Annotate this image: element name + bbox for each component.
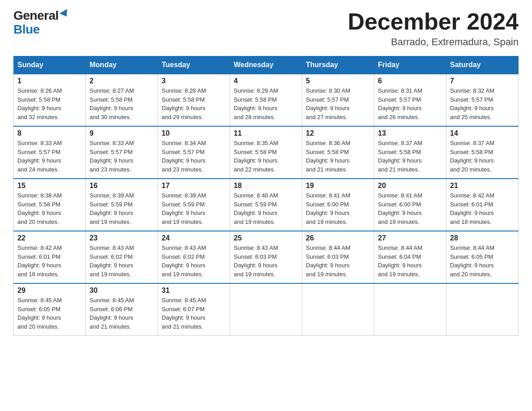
day-info: Sunrise: 8:30 AMSunset: 5:57 PMDaylight:… — [306, 86, 370, 121]
logo: General Blue — [13, 9, 69, 37]
calendar-cell-week5-day2: 30Sunrise: 8:45 AMSunset: 6:06 PMDayligh… — [86, 283, 158, 336]
calendar-cell-week4-day3: 24Sunrise: 8:43 AMSunset: 6:02 PMDayligh… — [158, 231, 230, 283]
calendar-cell-week2-day6: 13Sunrise: 8:37 AMSunset: 5:58 PMDayligh… — [374, 126, 446, 179]
day-info: Sunrise: 8:39 AMSunset: 5:59 PMDaylight:… — [90, 191, 154, 226]
day-number: 9 — [90, 129, 154, 137]
day-info: Sunrise: 8:41 AMSunset: 6:00 PMDaylight:… — [306, 191, 370, 226]
calendar-cell-week5-day1: 29Sunrise: 8:45 AMSunset: 6:05 PMDayligh… — [14, 283, 86, 336]
calendar-cell-week3-day4: 18Sunrise: 8:40 AMSunset: 5:59 PMDayligh… — [230, 179, 302, 231]
day-number: 12 — [306, 129, 370, 137]
day-info: Sunrise: 8:44 AMSunset: 6:04 PMDaylight:… — [378, 244, 442, 278]
logo-general-text: General — [13, 9, 59, 23]
day-info: Sunrise: 8:37 AMSunset: 5:58 PMDaylight:… — [378, 139, 442, 174]
day-number: 24 — [162, 234, 226, 242]
day-number: 26 — [306, 234, 370, 242]
calendar-cell-week3-day7: 21Sunrise: 8:42 AMSunset: 6:01 PMDayligh… — [446, 179, 519, 231]
calendar-cell-week4-day7: 28Sunrise: 8:44 AMSunset: 6:05 PMDayligh… — [446, 231, 519, 283]
day-number: 19 — [306, 182, 370, 190]
day-number: 6 — [378, 77, 442, 85]
calendar-cell-week5-day5 — [302, 283, 374, 336]
calendar-cell-week4-day5: 26Sunrise: 8:44 AMSunset: 6:03 PMDayligh… — [302, 231, 374, 283]
calendar-cell-week5-day6 — [374, 283, 446, 336]
calendar-cell-week5-day7 — [446, 283, 519, 336]
day-number: 25 — [234, 234, 298, 242]
calendar-cell-week4-day2: 23Sunrise: 8:43 AMSunset: 6:02 PMDayligh… — [86, 231, 158, 283]
day-number: 8 — [17, 129, 82, 137]
day-info: Sunrise: 8:37 AMSunset: 5:58 PMDaylight:… — [450, 139, 515, 174]
col-header-saturday: Saturday — [446, 56, 519, 74]
day-number: 4 — [234, 77, 298, 85]
calendar-week-4: 22Sunrise: 8:42 AMSunset: 6:01 PMDayligh… — [14, 231, 519, 283]
day-info: Sunrise: 8:41 AMSunset: 6:00 PMDaylight:… — [378, 191, 442, 226]
day-number: 10 — [162, 129, 226, 137]
day-info: Sunrise: 8:42 AMSunset: 6:01 PMDaylight:… — [450, 191, 515, 226]
day-info: Sunrise: 8:44 AMSunset: 6:03 PMDaylight:… — [306, 244, 370, 278]
calendar-cell-week2-day3: 10Sunrise: 8:34 AMSunset: 5:57 PMDayligh… — [158, 126, 230, 179]
day-info: Sunrise: 8:45 AMSunset: 6:06 PMDaylight:… — [90, 296, 154, 331]
calendar-week-3: 15Sunrise: 8:38 AMSunset: 5:58 PMDayligh… — [14, 179, 519, 231]
calendar-cell-week3-day2: 16Sunrise: 8:39 AMSunset: 5:59 PMDayligh… — [86, 179, 158, 231]
day-info: Sunrise: 8:29 AMSunset: 5:58 PMDaylight:… — [234, 86, 298, 121]
calendar-cell-week1-day7: 7Sunrise: 8:32 AMSunset: 5:57 PMDaylight… — [446, 74, 519, 126]
day-info: Sunrise: 8:42 AMSunset: 6:01 PMDaylight:… — [17, 244, 82, 278]
col-header-thursday: Thursday — [302, 56, 374, 74]
day-number: 31 — [162, 287, 226, 295]
day-number: 7 — [450, 77, 515, 85]
calendar-cell-week1-day1: 1Sunrise: 8:26 AMSunset: 5:58 PMDaylight… — [14, 74, 86, 126]
day-number: 27 — [378, 234, 442, 242]
day-info: Sunrise: 8:39 AMSunset: 5:59 PMDaylight:… — [162, 191, 226, 226]
day-info: Sunrise: 8:26 AMSunset: 5:58 PMDaylight:… — [17, 86, 82, 121]
day-info: Sunrise: 8:44 AMSunset: 6:05 PMDaylight:… — [450, 244, 515, 278]
day-info: Sunrise: 8:45 AMSunset: 6:07 PMDaylight:… — [162, 296, 226, 331]
calendar-cell-week2-day2: 9Sunrise: 8:33 AMSunset: 5:57 PMDaylight… — [86, 126, 158, 179]
day-info: Sunrise: 8:36 AMSunset: 5:58 PMDaylight:… — [306, 139, 370, 174]
calendar-cell-week1-day5: 5Sunrise: 8:30 AMSunset: 5:57 PMDaylight… — [302, 74, 374, 126]
day-info: Sunrise: 8:38 AMSunset: 5:58 PMDaylight:… — [17, 191, 82, 226]
day-info: Sunrise: 8:31 AMSunset: 5:57 PMDaylight:… — [378, 86, 442, 121]
calendar-cell-week3-day1: 15Sunrise: 8:38 AMSunset: 5:58 PMDayligh… — [14, 179, 86, 231]
calendar-cell-week2-day5: 12Sunrise: 8:36 AMSunset: 5:58 PMDayligh… — [302, 126, 374, 179]
logo-blue-text: Blue — [13, 22, 40, 36]
title-block: December 2024 Barrado, Extremadura, Spai… — [348, 9, 519, 48]
col-header-monday: Monday — [86, 56, 158, 74]
day-number: 15 — [17, 182, 82, 190]
day-info: Sunrise: 8:27 AMSunset: 5:58 PMDaylight:… — [90, 86, 154, 121]
day-info: Sunrise: 8:35 AMSunset: 5:58 PMDaylight:… — [234, 139, 298, 174]
calendar-cell-week1-day6: 6Sunrise: 8:31 AMSunset: 5:57 PMDaylight… — [374, 74, 446, 126]
month-title: December 2024 — [348, 9, 519, 34]
calendar-cell-week5-day3: 31Sunrise: 8:45 AMSunset: 6:07 PMDayligh… — [158, 283, 230, 336]
day-number: 13 — [378, 129, 442, 137]
calendar-cell-week1-day3: 3Sunrise: 8:28 AMSunset: 5:58 PMDaylight… — [158, 74, 230, 126]
day-info: Sunrise: 8:32 AMSunset: 5:57 PMDaylight:… — [450, 86, 515, 121]
calendar-cell-week4-day6: 27Sunrise: 8:44 AMSunset: 6:04 PMDayligh… — [374, 231, 446, 283]
calendar-cell-week1-day4: 4Sunrise: 8:29 AMSunset: 5:58 PMDaylight… — [230, 74, 302, 126]
day-number: 5 — [306, 77, 370, 85]
day-number: 20 — [378, 182, 442, 190]
day-info: Sunrise: 8:43 AMSunset: 6:03 PMDaylight:… — [234, 244, 298, 278]
calendar-week-5: 29Sunrise: 8:45 AMSunset: 6:05 PMDayligh… — [14, 283, 519, 336]
calendar-cell-week3-day6: 20Sunrise: 8:41 AMSunset: 6:00 PMDayligh… — [374, 179, 446, 231]
col-header-wednesday: Wednesday — [230, 56, 302, 74]
calendar-week-2: 8Sunrise: 8:33 AMSunset: 5:57 PMDaylight… — [14, 126, 519, 179]
day-number: 1 — [17, 77, 82, 85]
calendar-cell-week2-day4: 11Sunrise: 8:35 AMSunset: 5:58 PMDayligh… — [230, 126, 302, 179]
day-number: 16 — [90, 182, 154, 190]
calendar-cell-week4-day1: 22Sunrise: 8:42 AMSunset: 6:01 PMDayligh… — [14, 231, 86, 283]
calendar-cell-week2-day7: 14Sunrise: 8:37 AMSunset: 5:58 PMDayligh… — [446, 126, 519, 179]
day-number: 23 — [90, 234, 154, 242]
day-info: Sunrise: 8:28 AMSunset: 5:58 PMDaylight:… — [162, 86, 226, 121]
page-header: General Blue December 2024 Barrado, Extr… — [13, 9, 519, 48]
day-number: 30 — [90, 287, 154, 295]
calendar-cell-week1-day2: 2Sunrise: 8:27 AMSunset: 5:58 PMDaylight… — [86, 74, 158, 126]
day-number: 29 — [17, 287, 82, 295]
calendar-table: SundayMondayTuesdayWednesdayThursdayFrid… — [13, 56, 519, 336]
calendar-cell-week3-day5: 19Sunrise: 8:41 AMSunset: 6:00 PMDayligh… — [302, 179, 374, 231]
day-info: Sunrise: 8:43 AMSunset: 6:02 PMDaylight:… — [162, 244, 226, 278]
day-info: Sunrise: 8:33 AMSunset: 5:57 PMDaylight:… — [90, 139, 154, 174]
day-info: Sunrise: 8:40 AMSunset: 5:59 PMDaylight:… — [234, 191, 298, 226]
calendar-cell-week3-day3: 17Sunrise: 8:39 AMSunset: 5:59 PMDayligh… — [158, 179, 230, 231]
day-number: 17 — [162, 182, 226, 190]
day-number: 22 — [17, 234, 82, 242]
day-info: Sunrise: 8:33 AMSunset: 5:57 PMDaylight:… — [17, 139, 82, 174]
calendar-cell-week2-day1: 8Sunrise: 8:33 AMSunset: 5:57 PMDaylight… — [14, 126, 86, 179]
